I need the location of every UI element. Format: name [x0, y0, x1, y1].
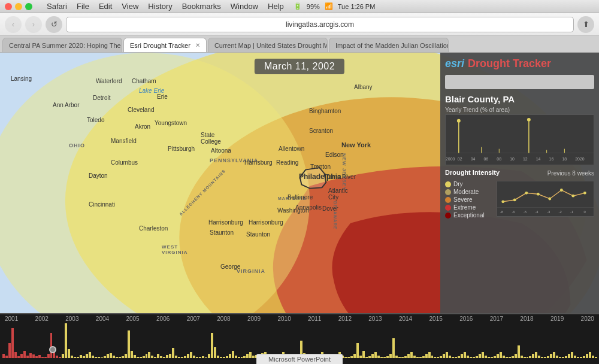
timeline-bar-141[interactable]: [422, 356, 425, 358]
timeline-bar-3[interactable]: [11, 328, 14, 358]
timeline-bar-183[interactable]: [547, 356, 549, 358]
timeline-bar-2[interactable]: [8, 343, 11, 358]
timeline-bar-167[interactable]: [500, 352, 502, 358]
timeline-bar-10[interactable]: [32, 354, 35, 358]
timeline-bar-58[interactable]: [175, 356, 177, 358]
timeline-bar-26[interactable]: [80, 355, 82, 358]
timeline-bar-57[interactable]: [172, 348, 174, 358]
timeline-bar-164[interactable]: [491, 357, 493, 358]
timeline-bar-163[interactable]: [488, 357, 490, 359]
timeline-bar-153[interactable]: [458, 356, 460, 358]
timeline-bar-179[interactable]: [535, 352, 537, 358]
timeline-bar-65[interactable]: [196, 357, 198, 359]
timeline-bar-173[interactable]: [518, 345, 520, 358]
timeline-bar-194[interactable]: [580, 357, 582, 358]
timeline-bar-76[interactable]: [229, 354, 231, 358]
timeline-bar-177[interactable]: [529, 356, 531, 358]
timeline-bar-154[interactable]: [461, 354, 463, 358]
timeline-bar-15[interactable]: [47, 354, 50, 358]
timeline-bar-1[interactable]: [5, 356, 8, 358]
timeline-bar-156[interactable]: [467, 356, 469, 358]
timeline-bar-168[interactable]: [503, 356, 505, 358]
timeline-bar-165[interactable]: [494, 356, 496, 358]
timeline-bar-193[interactable]: [577, 357, 579, 359]
timeline-bar-178[interactable]: [532, 354, 534, 358]
timeline-bar-184[interactable]: [550, 354, 552, 358]
timeline-bar-44[interactable]: [134, 355, 136, 358]
timeline-bar-55[interactable]: [166, 355, 168, 358]
timeline-bar-46[interactable]: [140, 357, 142, 358]
timeline-bar-196[interactable]: [586, 354, 588, 358]
timeline-bar-83[interactable]: [249, 352, 252, 358]
timeline-bar-133[interactable]: [398, 357, 401, 359]
timeline-bar-146[interactable]: [437, 357, 439, 358]
timeline-bar-13[interactable]: [41, 357, 44, 359]
timeline-bar-79[interactable]: [238, 357, 240, 359]
timeline-bar-49[interactable]: [148, 352, 150, 358]
timeline-bar-62[interactable]: [187, 354, 189, 358]
timeline-bar-53[interactable]: [160, 356, 162, 358]
timeline-bar-82[interactable]: [246, 354, 249, 358]
timeline-bar-40[interactable]: [122, 356, 124, 358]
timeline-bar-30[interactable]: [92, 356, 94, 358]
timeline-bar-185[interactable]: [553, 352, 555, 358]
menu-history[interactable]: History: [148, 2, 172, 11]
timeline-bar-68[interactable]: [205, 357, 207, 358]
timeline-bar-36[interactable]: [110, 353, 112, 358]
timeline-bar-140[interactable]: [419, 357, 422, 358]
mac-menu-bar[interactable]: Safari File Edit View History Bookmarks …: [47, 2, 284, 11]
timeline-bars[interactable]: [0, 322, 599, 358]
timeline-bar-74[interactable]: [223, 357, 225, 358]
mac-traffic-lights[interactable]: [5, 3, 32, 10]
timeline-bar-80[interactable]: [241, 357, 243, 358]
timeline-bar-117[interactable]: [350, 356, 353, 358]
timeline-bar-130[interactable]: [389, 354, 392, 358]
tab-2-close[interactable]: ✕: [195, 42, 200, 48]
timeline-bar-39[interactable]: [119, 357, 121, 358]
timeline-bar-12[interactable]: [38, 355, 41, 358]
timeline-bar-157[interactable]: [470, 357, 472, 359]
timeline-bar-125[interactable]: [374, 352, 377, 358]
timeline-bar-18[interactable]: [56, 356, 58, 358]
timeline-bar-51[interactable]: [154, 357, 156, 359]
timeline-bar-160[interactable]: [479, 354, 481, 358]
timeline-bar-41[interactable]: [125, 354, 127, 358]
timeline-bar-191[interactable]: [571, 352, 573, 358]
timeline-bar-54[interactable]: [163, 357, 165, 358]
timeline-bar-4[interactable]: [14, 352, 17, 358]
timeline-bar-139[interactable]: [416, 357, 419, 359]
menu-safari[interactable]: Safari: [47, 2, 67, 11]
timeline-bar-8[interactable]: [26, 356, 29, 358]
timeline-bar-75[interactable]: [226, 356, 228, 358]
timeline-bar-122[interactable]: [365, 357, 368, 358]
timeline-bar-23[interactable]: [71, 356, 73, 358]
timeline-bar-11[interactable]: [35, 356, 38, 358]
timeline-bar-32[interactable]: [98, 357, 100, 358]
timeline-bar-116[interactable]: [347, 357, 350, 358]
timeline-bar-31[interactable]: [95, 357, 97, 359]
timeline-bar-159[interactable]: [476, 356, 478, 358]
timeline-bar-145[interactable]: [434, 357, 436, 359]
timeline-bar-180[interactable]: [538, 356, 540, 358]
share-button[interactable]: ⬆: [577, 16, 594, 33]
timeline-cursor[interactable]: [49, 346, 56, 353]
timeline-bar-197[interactable]: [589, 352, 591, 358]
timeline-bar-25[interactable]: [77, 357, 79, 358]
menu-help[interactable]: Help: [268, 2, 284, 11]
timeline-bar-152[interactable]: [455, 357, 457, 358]
timeline-bar-5[interactable]: [17, 356, 20, 358]
timeline-bar-67[interactable]: [202, 356, 204, 358]
menu-edit[interactable]: Edit: [99, 2, 112, 11]
timeline-bar-35[interactable]: [107, 354, 109, 358]
timeline-bar-144[interactable]: [431, 356, 434, 358]
timeline-bar-128[interactable]: [383, 357, 386, 358]
timeline-bar-161[interactable]: [482, 352, 484, 358]
timeline-bar-38[interactable]: [116, 357, 118, 359]
tab-1[interactable]: Central PA Summer 2020: Hoping The Heat …: [2, 38, 122, 52]
timeline-bar-61[interactable]: [184, 356, 186, 358]
timeline-bar-71[interactable]: [214, 347, 216, 358]
timeline-bar-34[interactable]: [104, 356, 106, 358]
timeline-bar-162[interactable]: [485, 356, 487, 358]
forward-button[interactable]: ›: [25, 16, 42, 33]
timeline-bar-115[interactable]: [344, 357, 347, 359]
